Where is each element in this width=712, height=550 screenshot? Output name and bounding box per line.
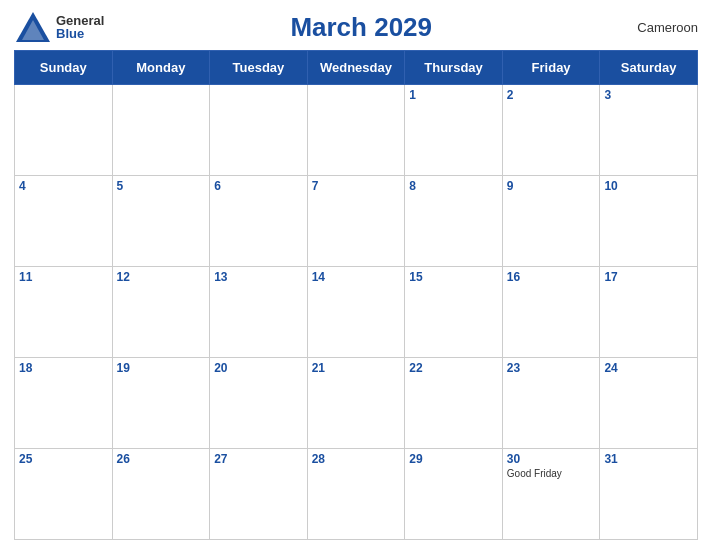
header-saturday: Saturday bbox=[600, 51, 698, 85]
weekday-header-row: Sunday Monday Tuesday Wednesday Thursday… bbox=[15, 51, 698, 85]
logo-icon bbox=[14, 10, 52, 44]
calendar-cell: 15 bbox=[405, 267, 503, 358]
calendar-cell: 18 bbox=[15, 358, 113, 449]
day-number: 15 bbox=[409, 270, 498, 284]
day-event: Good Friday bbox=[507, 468, 596, 479]
calendar-page: General Blue March 2029 Cameroon Sunday … bbox=[0, 0, 712, 550]
calendar-cell: 21 bbox=[307, 358, 405, 449]
header-sunday: Sunday bbox=[15, 51, 113, 85]
day-number: 7 bbox=[312, 179, 401, 193]
calendar-cell: 1 bbox=[405, 85, 503, 176]
day-number: 14 bbox=[312, 270, 401, 284]
day-number: 17 bbox=[604, 270, 693, 284]
calendar-cell: 31 bbox=[600, 449, 698, 540]
calendar-cell bbox=[15, 85, 113, 176]
calendar-cell: 17 bbox=[600, 267, 698, 358]
calendar-week-row: 252627282930Good Friday31 bbox=[15, 449, 698, 540]
calendar-cell: 19 bbox=[112, 358, 210, 449]
calendar-cell: 30Good Friday bbox=[502, 449, 600, 540]
calendar-cell: 20 bbox=[210, 358, 308, 449]
day-number: 19 bbox=[117, 361, 206, 375]
calendar-cell: 6 bbox=[210, 176, 308, 267]
month-title: March 2029 bbox=[104, 12, 618, 43]
calendar-header: General Blue March 2029 Cameroon bbox=[14, 10, 698, 44]
day-number: 9 bbox=[507, 179, 596, 193]
calendar-cell: 13 bbox=[210, 267, 308, 358]
calendar-cell: 25 bbox=[15, 449, 113, 540]
calendar-cell: 7 bbox=[307, 176, 405, 267]
calendar-cell: 9 bbox=[502, 176, 600, 267]
calendar-cell: 28 bbox=[307, 449, 405, 540]
calendar-week-row: 11121314151617 bbox=[15, 267, 698, 358]
calendar-cell: 26 bbox=[112, 449, 210, 540]
header-tuesday: Tuesday bbox=[210, 51, 308, 85]
calendar-cell: 14 bbox=[307, 267, 405, 358]
calendar-cell: 16 bbox=[502, 267, 600, 358]
day-number: 2 bbox=[507, 88, 596, 102]
calendar-cell: 4 bbox=[15, 176, 113, 267]
day-number: 31 bbox=[604, 452, 693, 466]
country-label: Cameroon bbox=[618, 20, 698, 35]
calendar-cell: 27 bbox=[210, 449, 308, 540]
day-number: 8 bbox=[409, 179, 498, 193]
header-friday: Friday bbox=[502, 51, 600, 85]
calendar-cell: 2 bbox=[502, 85, 600, 176]
day-number: 11 bbox=[19, 270, 108, 284]
calendar-cell: 5 bbox=[112, 176, 210, 267]
day-number: 20 bbox=[214, 361, 303, 375]
header-wednesday: Wednesday bbox=[307, 51, 405, 85]
day-number: 4 bbox=[19, 179, 108, 193]
calendar-cell bbox=[210, 85, 308, 176]
logo-label: General Blue bbox=[56, 14, 104, 40]
calendar-cell: 24 bbox=[600, 358, 698, 449]
calendar-cell: 29 bbox=[405, 449, 503, 540]
header-thursday: Thursday bbox=[405, 51, 503, 85]
day-number: 27 bbox=[214, 452, 303, 466]
calendar-cell: 10 bbox=[600, 176, 698, 267]
day-number: 3 bbox=[604, 88, 693, 102]
day-number: 23 bbox=[507, 361, 596, 375]
calendar-table: Sunday Monday Tuesday Wednesday Thursday… bbox=[14, 50, 698, 540]
day-number: 5 bbox=[117, 179, 206, 193]
calendar-cell: 23 bbox=[502, 358, 600, 449]
day-number: 10 bbox=[604, 179, 693, 193]
calendar-cell bbox=[307, 85, 405, 176]
day-number: 28 bbox=[312, 452, 401, 466]
calendar-cell: 22 bbox=[405, 358, 503, 449]
logo-blue-text: Blue bbox=[56, 27, 104, 40]
day-number: 16 bbox=[507, 270, 596, 284]
calendar-cell: 3 bbox=[600, 85, 698, 176]
calendar-week-row: 123 bbox=[15, 85, 698, 176]
day-number: 29 bbox=[409, 452, 498, 466]
day-number: 6 bbox=[214, 179, 303, 193]
calendar-cell bbox=[112, 85, 210, 176]
day-number: 1 bbox=[409, 88, 498, 102]
day-number: 18 bbox=[19, 361, 108, 375]
day-number: 21 bbox=[312, 361, 401, 375]
day-number: 24 bbox=[604, 361, 693, 375]
calendar-cell: 8 bbox=[405, 176, 503, 267]
day-number: 12 bbox=[117, 270, 206, 284]
calendar-cell: 12 bbox=[112, 267, 210, 358]
logo: General Blue bbox=[14, 10, 104, 44]
day-number: 22 bbox=[409, 361, 498, 375]
calendar-week-row: 18192021222324 bbox=[15, 358, 698, 449]
day-number: 26 bbox=[117, 452, 206, 466]
calendar-cell: 11 bbox=[15, 267, 113, 358]
day-number: 13 bbox=[214, 270, 303, 284]
header-monday: Monday bbox=[112, 51, 210, 85]
day-number: 30 bbox=[507, 452, 596, 466]
calendar-week-row: 45678910 bbox=[15, 176, 698, 267]
day-number: 25 bbox=[19, 452, 108, 466]
